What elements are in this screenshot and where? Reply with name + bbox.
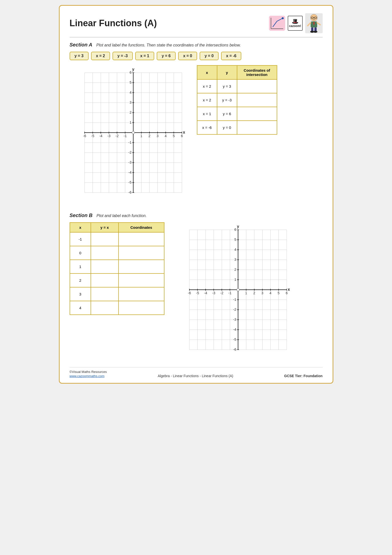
col-header-coords: Coordinates ofintersection (237, 65, 277, 79)
values-col-header: x (70, 223, 91, 232)
table-row: -1 (70, 232, 164, 246)
cell-x: x = 2 (197, 93, 217, 107)
footer-right-text: GCSE Tier: Foundation (284, 374, 323, 378)
cell-coord-val[interactable] (119, 260, 164, 274)
values-table: xy = xCoordinates -1 0 1 2 3 4 (70, 222, 164, 315)
cell-y: y = -3 (217, 93, 237, 107)
values-col-header: y = x (91, 223, 119, 232)
page: Linear Functions (A) 🎩 cazoom! (59, 5, 333, 384)
function-tag: y = -3 (113, 52, 133, 60)
col-header-y: y (217, 65, 237, 79)
cell-x-val: 3 (70, 287, 91, 301)
table-row: x = 2 y = 3 (197, 79, 277, 93)
cell-y: y = 3 (217, 79, 237, 93)
svg-line-17 (317, 23, 320, 25)
section-b-header: Section B Plot and label each function. (70, 213, 323, 218)
cell-y: y = 6 (217, 107, 237, 121)
cell-coord-val[interactable] (119, 232, 164, 246)
cell-coord-val[interactable] (119, 246, 164, 260)
cell-coord-val[interactable] (119, 287, 164, 301)
header: Linear Functions (A) 🎩 cazoom! (70, 13, 323, 37)
cell-x-val: 1 (70, 260, 91, 274)
cell-yx-val[interactable] (91, 246, 119, 260)
function-tag: y = 3 (70, 52, 89, 60)
cell-x: x = -6 (197, 121, 217, 134)
website-link[interactable]: www.cazoommaths.com (70, 374, 107, 378)
section-b-label: Section B (70, 213, 93, 218)
cell-yx-val[interactable] (91, 260, 119, 274)
section-a-graph (70, 65, 189, 205)
svg-line-16 (308, 23, 311, 26)
intersection-table-container: x y Coordinates ofintersection x = 2 y =… (197, 65, 277, 135)
cell-x-val: -1 (70, 232, 91, 246)
copyright-text: ©Visual Maths Resources (70, 370, 107, 374)
function-tag: x = 0 (178, 52, 197, 60)
cell-yx-val[interactable] (91, 287, 119, 301)
function-tags-container: y = 3x = 2y = -3x = 1y = 6x = 0y = 0x = … (70, 52, 323, 60)
values-table-container: xy = xCoordinates -1 0 1 2 3 4 (70, 222, 164, 315)
values-col-header: Coordinates (119, 223, 164, 232)
section-a-header: Section A Plot and label the functions. … (70, 42, 323, 48)
section-b-content: xy = xCoordinates -1 0 1 2 3 4 (70, 222, 323, 362)
table-row: 3 (70, 287, 164, 301)
footer: ©Visual Maths Resources www.cazoommaths.… (70, 367, 323, 378)
page-title: Linear Functions (A) (70, 18, 157, 28)
function-tag: x = 2 (91, 52, 110, 60)
header-logos: 🎩 cazoom! (269, 13, 323, 33)
cell-x: x = 2 (197, 79, 217, 93)
function-tag: x = -6 (221, 52, 241, 60)
function-tag: y = 6 (157, 52, 176, 60)
table-row: 1 (70, 260, 164, 274)
table-row: 4 (70, 301, 164, 315)
cell-x-val: 2 (70, 274, 91, 287)
col-header-x: x (197, 65, 217, 79)
cell-x: x = 1 (197, 107, 217, 121)
svg-point-15 (313, 31, 317, 33)
intersection-table: x y Coordinates ofintersection x = 2 y =… (197, 65, 277, 135)
cell-coord[interactable] (237, 93, 277, 107)
footer-left: ©Visual Maths Resources www.cazoommaths.… (70, 370, 107, 378)
graph-logo-icon (269, 16, 285, 31)
footer-center-text: Algebra - Linear Functions - Linear Func… (158, 374, 233, 378)
cell-coord-val[interactable] (119, 274, 164, 287)
section-b-graph (174, 222, 294, 362)
svg-point-5 (282, 17, 284, 19)
table-row: x = 1 y = 6 (197, 107, 277, 121)
table-row: 2 (70, 274, 164, 287)
cell-coord[interactable] (237, 79, 277, 93)
character-icon (305, 13, 323, 33)
cell-x-val: 4 (70, 301, 91, 315)
cell-coord[interactable] (237, 121, 277, 134)
cell-coord[interactable] (237, 107, 277, 121)
section-a-content: x y Coordinates ofintersection x = 2 y =… (70, 65, 323, 205)
section-a-label: Section A (70, 42, 93, 48)
cell-coord-val[interactable] (119, 301, 164, 315)
section-b-instruction: Plot and label each function. (97, 214, 147, 218)
table-row: x = -6 y = 0 (197, 121, 277, 134)
cell-x-val: 0 (70, 246, 91, 260)
function-tag: x = 1 (135, 52, 154, 60)
function-tag: y = 0 (200, 52, 219, 60)
section-a-instruction: Plot and label the functions. Then state… (96, 43, 241, 47)
cell-yx-val[interactable] (91, 301, 119, 315)
cell-y: y = 0 (217, 121, 237, 134)
cell-yx-val[interactable] (91, 232, 119, 246)
table-row: x = 2 y = -3 (197, 93, 277, 107)
section-b: Section B Plot and label each function. … (70, 213, 323, 362)
cazoom-logo: 🎩 cazoom! (288, 16, 303, 31)
cell-yx-val[interactable] (91, 274, 119, 287)
table-row: 0 (70, 246, 164, 260)
